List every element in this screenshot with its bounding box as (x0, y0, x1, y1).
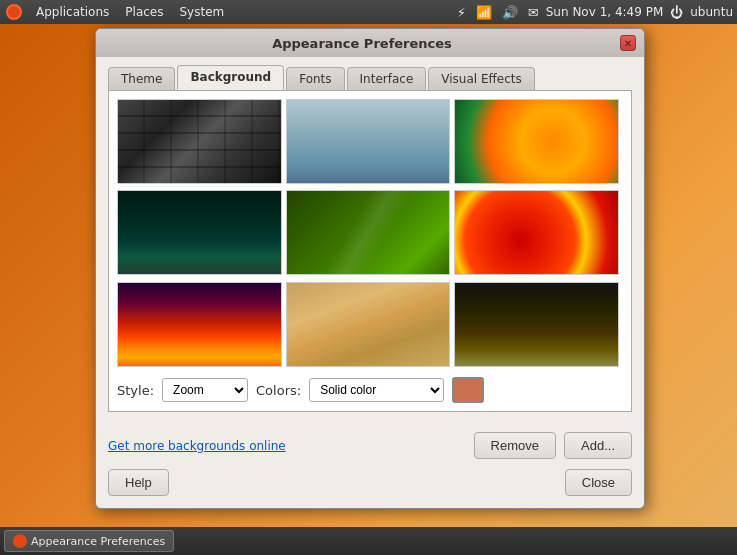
clock: Sun Nov 1, 4:49 PM (546, 5, 664, 19)
dialog-body: Theme Background Fonts Interface Visual … (96, 57, 644, 424)
tab-visual-effects[interactable]: Visual Effects (428, 67, 534, 90)
link-row: Get more backgrounds online Remove Add..… (108, 432, 632, 459)
wallpaper-thumb-6[interactable] (454, 190, 619, 275)
username: ubuntu (690, 5, 733, 19)
taskbar-appearance-preferences[interactable]: Appearance Preferences (4, 530, 174, 552)
appearance-preferences-dialog: Appearance Preferences ✕ Theme Backgroun… (95, 28, 645, 509)
tabs-bar: Theme Background Fonts Interface Visual … (108, 65, 632, 90)
add-button[interactable]: Add... (564, 432, 632, 459)
tab-theme[interactable]: Theme (108, 67, 175, 90)
volume-icon: 🔊 (499, 5, 521, 20)
ubuntu-logo-icon (4, 2, 24, 22)
wallpaper-thumb-4[interactable] (117, 190, 282, 275)
mail-icon: ✉ (525, 5, 542, 20)
wallpaper-thumb-2[interactable] (286, 99, 451, 184)
style-label: Style: (117, 383, 154, 398)
taskbar: Appearance Preferences (0, 527, 737, 555)
tab-fonts[interactable]: Fonts (286, 67, 344, 90)
color-swatch-button[interactable] (452, 377, 484, 403)
close-button[interactable]: Close (565, 469, 632, 496)
system-menu[interactable]: System (171, 3, 232, 21)
colors-label: Colors: (256, 383, 301, 398)
remove-button[interactable]: Remove (474, 432, 556, 459)
wallpaper-thumb-5[interactable] (286, 190, 451, 275)
dialog-title: Appearance Preferences (104, 36, 620, 51)
tab-interface[interactable]: Interface (347, 67, 427, 90)
top-bar-left: Applications Places System (4, 2, 232, 22)
power-icon: ⏻ (667, 5, 686, 20)
applications-menu[interactable]: Applications (28, 3, 117, 21)
taskbar-item-label: Appearance Preferences (31, 535, 165, 548)
wallpaper-thumb-9[interactable] (454, 282, 619, 367)
dialog-titlebar: Appearance Preferences ✕ (96, 29, 644, 57)
get-more-backgrounds-link[interactable]: Get more backgrounds online (108, 439, 286, 453)
help-button[interactable]: Help (108, 469, 169, 496)
network-icon: 📶 (473, 5, 495, 20)
button-row: Help Close (108, 469, 632, 496)
style-select[interactable]: Zoom Centered Scaled Stretched None (162, 378, 248, 402)
dialog-close-button[interactable]: ✕ (620, 35, 636, 51)
places-menu[interactable]: Places (117, 3, 171, 21)
wallpaper-thumb-1[interactable] (117, 99, 282, 184)
style-row: Style: Zoom Centered Scaled Stretched No… (117, 377, 623, 403)
dialog-bottom-section: Get more backgrounds online Remove Add..… (96, 424, 644, 508)
top-bar-right: ⚡ 📶 🔊 ✉ Sun Nov 1, 4:49 PM ⏻ ubuntu (454, 5, 733, 20)
wallpaper-thumb-3[interactable] (454, 99, 619, 184)
tab-background[interactable]: Background (177, 65, 284, 90)
wallpaper-grid[interactable] (117, 99, 623, 369)
battery-icon: ⚡ (454, 5, 469, 20)
taskbar-item-icon (13, 534, 27, 548)
background-tab-content: Style: Zoom Centered Scaled Stretched No… (108, 90, 632, 412)
colors-select[interactable]: Solid color Horizontal gradient Vertical… (309, 378, 444, 402)
top-menubar: Applications Places System ⚡ 📶 🔊 ✉ Sun N… (0, 0, 737, 24)
wallpaper-thumb-7[interactable] (117, 282, 282, 367)
wallpaper-thumb-8[interactable] (286, 282, 451, 367)
